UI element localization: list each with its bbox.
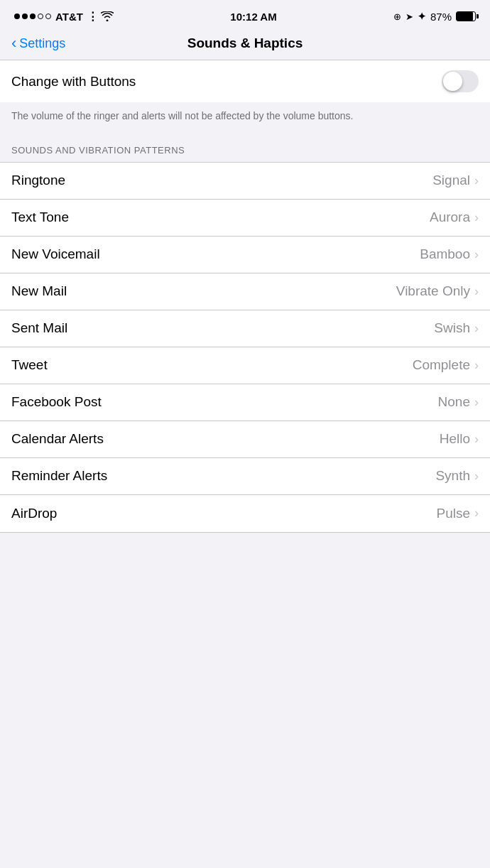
location-icon: ⊕ bbox=[393, 11, 401, 22]
settings-row[interactable]: Tweet Complete › bbox=[0, 347, 490, 384]
dot4 bbox=[38, 13, 43, 19]
settings-row[interactable]: Ringtone Signal › bbox=[0, 163, 490, 200]
row-label: Ringtone bbox=[11, 173, 65, 188]
back-chevron-icon: ‹ bbox=[11, 36, 16, 51]
section-header-text: SOUNDS AND VIBRATION PATTERNS bbox=[11, 145, 185, 156]
row-right: Aurora › bbox=[430, 210, 479, 225]
chevron-right-icon: › bbox=[474, 432, 479, 447]
row-label: Facebook Post bbox=[11, 394, 102, 410]
bluetooth-icon: ✦ bbox=[418, 11, 426, 22]
chevron-right-icon: › bbox=[474, 358, 479, 373]
row-right: Pulse › bbox=[436, 506, 479, 521]
row-label: AirDrop bbox=[11, 506, 57, 521]
slider-track bbox=[442, 70, 479, 92]
row-value: None bbox=[438, 394, 470, 410]
chevron-right-icon: › bbox=[474, 506, 479, 521]
row-label: Text Tone bbox=[11, 210, 69, 225]
wifi-icon: ⋮ bbox=[87, 10, 114, 23]
back-button[interactable]: ‹ Settings bbox=[11, 36, 65, 51]
row-value: Vibrate Only bbox=[396, 283, 470, 299]
row-value: Synth bbox=[435, 468, 470, 484]
description-section: The volume of the ringer and alerts will… bbox=[0, 102, 490, 138]
settings-row[interactable]: New Mail Vibrate Only › bbox=[0, 273, 490, 310]
change-with-buttons-toggle[interactable] bbox=[442, 70, 479, 92]
status-left: AT&T ⋮ bbox=[14, 10, 114, 23]
chevron-right-icon: › bbox=[474, 321, 479, 336]
row-right: Bamboo › bbox=[420, 246, 479, 262]
page-title: Sounds & Haptics bbox=[187, 36, 303, 51]
dot5 bbox=[45, 13, 51, 19]
status-time: 10:12 AM bbox=[230, 11, 276, 23]
row-value: Complete bbox=[413, 357, 470, 373]
section-header: SOUNDS AND VIBRATION PATTERNS bbox=[0, 138, 490, 162]
chevron-right-icon: › bbox=[474, 247, 479, 262]
settings-row[interactable]: AirDrop Pulse › bbox=[0, 495, 490, 532]
row-right: Hello › bbox=[440, 431, 479, 447]
content: Change with Buttons The volume of the ri… bbox=[0, 60, 490, 533]
toggle-label: Change with Buttons bbox=[11, 74, 136, 89]
row-right: Complete › bbox=[413, 357, 479, 373]
settings-list: Ringtone Signal › Text Tone Aurora › New… bbox=[0, 162, 490, 533]
nav-bar: ‹ Settings Sounds & Haptics bbox=[0, 31, 490, 60]
row-value: Aurora bbox=[430, 210, 470, 225]
chevron-right-icon: › bbox=[474, 395, 479, 410]
chevron-right-icon: › bbox=[474, 173, 479, 188]
settings-row[interactable]: Calendar Alerts Hello › bbox=[0, 421, 490, 458]
row-label: New Mail bbox=[11, 283, 67, 299]
chevron-right-icon: › bbox=[474, 284, 479, 299]
battery-fill bbox=[457, 12, 473, 21]
carrier-label: AT&T bbox=[55, 11, 83, 23]
row-label: Tweet bbox=[11, 357, 48, 373]
dot2 bbox=[22, 13, 28, 19]
row-label: Calendar Alerts bbox=[11, 431, 104, 447]
row-value: Swish bbox=[434, 320, 470, 336]
dot3 bbox=[30, 13, 36, 19]
row-right: Synth › bbox=[435, 468, 479, 484]
battery-icon bbox=[456, 11, 476, 21]
description-text: The volume of the ringer and alerts will… bbox=[11, 109, 479, 124]
chevron-right-icon: › bbox=[474, 210, 479, 225]
settings-row[interactable]: Text Tone Aurora › bbox=[0, 200, 490, 237]
back-label: Settings bbox=[19, 36, 65, 51]
status-right: ⊕ ➤ ✦ 87% bbox=[393, 11, 476, 23]
signal-dots bbox=[14, 13, 51, 19]
battery-percent: 87% bbox=[430, 11, 452, 23]
row-right: None › bbox=[438, 394, 479, 410]
row-value: Bamboo bbox=[420, 246, 470, 262]
row-label: Sent Mail bbox=[11, 320, 67, 336]
toggle-section: Change with Buttons bbox=[0, 60, 490, 102]
settings-row[interactable]: Facebook Post None › bbox=[0, 384, 490, 421]
settings-row[interactable]: New Voicemail Bamboo › bbox=[0, 237, 490, 273]
chevron-right-icon: › bbox=[474, 469, 479, 484]
status-bar: AT&T ⋮ 10:12 AM ⊕ ➤ ✦ 87% bbox=[0, 0, 490, 31]
row-right: Swish › bbox=[434, 320, 479, 336]
row-right: Vibrate Only › bbox=[396, 283, 479, 299]
row-value: Signal bbox=[432, 173, 470, 188]
settings-row[interactable]: Reminder Alerts Synth › bbox=[0, 458, 490, 495]
row-right: Signal › bbox=[432, 173, 479, 188]
change-with-buttons-row[interactable]: Change with Buttons bbox=[0, 60, 490, 102]
navigation-icon: ➤ bbox=[405, 11, 413, 22]
row-label: Reminder Alerts bbox=[11, 468, 107, 484]
row-label: New Voicemail bbox=[11, 246, 100, 262]
dot1 bbox=[14, 13, 20, 19]
settings-row[interactable]: Sent Mail Swish › bbox=[0, 310, 490, 347]
row-value: Hello bbox=[440, 431, 470, 447]
row-value: Pulse bbox=[436, 506, 470, 521]
